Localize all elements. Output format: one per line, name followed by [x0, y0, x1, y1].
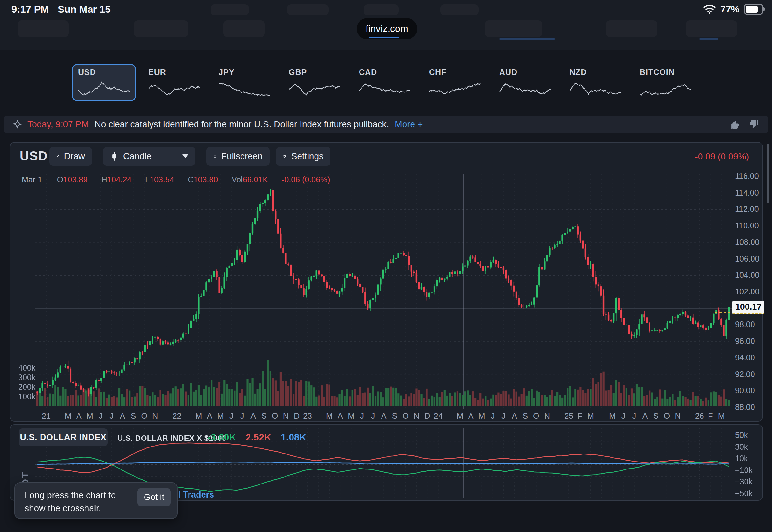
cot-axis-label: −50k	[735, 489, 753, 498]
currency-tab-label: GBP	[289, 68, 307, 77]
cot-instrument-button[interactable]: U.S. DOLLAR INDEX	[19, 428, 108, 446]
x-axis-label: O	[533, 411, 539, 421]
sparkline-aud	[498, 79, 552, 99]
x-axis-label: J	[621, 411, 626, 421]
battery-icon	[744, 4, 763, 15]
x-axis-label: D	[425, 411, 430, 421]
ghost-tab	[287, 4, 329, 15]
currency-tab-label: CHF	[429, 68, 446, 77]
x-axis-label: M	[479, 411, 485, 421]
x-axis-label: 25	[564, 411, 573, 421]
x-axis-label: D	[294, 411, 300, 421]
x-axis-label: J	[491, 411, 495, 421]
x-axis-label: O	[664, 411, 670, 421]
draw-button[interactable]: Draw	[49, 147, 92, 166]
news-bar: Today, 9:07 PM No clear catalyst identif…	[4, 116, 768, 133]
status-bar-left: 9:17 PM Sun Mar 15	[11, 4, 111, 15]
x-axis-label: N	[283, 411, 289, 421]
currency-tab-label: AUD	[499, 68, 517, 77]
price-axis-label: 92.00	[735, 370, 755, 379]
fullscreen-button[interactable]: Fullscreen	[206, 147, 270, 166]
price-axis-label: 110.00	[735, 221, 759, 230]
status-date: Sun Mar 15	[58, 4, 110, 15]
currency-tab-chf[interactable]: CHF	[423, 64, 487, 101]
x-axis-label: J	[360, 411, 364, 421]
fullscreen-label: Fullscreen	[221, 151, 263, 161]
cot-value-commercial-traders: 2.52K	[246, 432, 271, 443]
x-axis-label: O	[272, 411, 278, 421]
chevron-down-icon	[182, 154, 188, 158]
currency-tab-cad[interactable]: CAD	[353, 64, 417, 101]
currency-tab-nzd[interactable]: NZD	[563, 64, 627, 101]
cot-current-values: -3.60K2.52K1.08K	[207, 432, 306, 443]
x-axis-label: J	[240, 411, 244, 421]
news-timestamp: Today, 9:07 PM	[27, 119, 89, 129]
pencil-icon	[56, 152, 59, 161]
cot-value-large-traders: -3.60K	[207, 432, 236, 443]
price-axis-label: 116.00	[735, 172, 759, 181]
x-axis-label: J	[229, 411, 234, 421]
x-axis-label: M	[718, 411, 725, 421]
currency-tab-gbp[interactable]: GBP	[283, 64, 346, 101]
currency-tab-aud[interactable]: AUD	[493, 64, 557, 101]
x-axis-label: S	[653, 411, 659, 421]
cot-axis-label: 10k	[735, 454, 748, 463]
got-it-button[interactable]: Got it	[137, 488, 171, 506]
cot-value-small-traders: 1.08K	[281, 432, 306, 443]
x-axis-label: N	[413, 411, 419, 421]
ghost-tab	[18, 20, 69, 37]
x-axis-label: M	[86, 411, 93, 421]
x-axis-label: M	[609, 411, 616, 421]
x-axis-label: F	[708, 411, 713, 421]
x-axis-label: M	[326, 411, 333, 421]
ghost-tab	[134, 20, 188, 37]
currency-tab-label: EUR	[148, 68, 166, 77]
sparkline-chf	[428, 79, 482, 99]
volume-axis-label: 300k	[18, 373, 35, 382]
x-axis-label: S	[392, 411, 397, 421]
volume-axis-label: 200k	[18, 382, 35, 392]
tooltip-text: Long press the chart to show the crossha…	[25, 489, 116, 515]
candle-label: Candle	[123, 151, 152, 161]
settings-label: Settings	[291, 151, 323, 161]
price-axis-label: 88.00	[735, 403, 755, 412]
x-axis-label: A	[381, 411, 387, 421]
scrollbar[interactable]	[767, 144, 769, 203]
x-axis-label: J	[501, 411, 506, 421]
x-axis-label: J	[99, 411, 103, 421]
ghost-tab	[440, 4, 479, 15]
sparkline-usd	[77, 79, 131, 99]
sparkline-gbp	[288, 79, 341, 99]
currency-tab-jpy[interactable]: JPY	[212, 64, 276, 101]
settings-button[interactable]: Settings	[276, 147, 330, 166]
currency-tab-eur[interactable]: EUR	[142, 64, 206, 101]
ghost-tab	[606, 20, 657, 37]
currency-tab-bitcoin[interactable]: BITCOIN	[634, 64, 697, 101]
battery-percent: 77%	[720, 4, 739, 15]
x-axis-label: 22	[173, 411, 182, 421]
currency-tab-usd[interactable]: USD	[72, 64, 136, 101]
news-more-link[interactable]: More +	[395, 119, 423, 129]
candlestick-chart-canvas[interactable]	[15, 173, 732, 410]
price-axis-label: 102.00	[735, 287, 759, 296]
daily-change: -0.09 (0.09%)	[695, 151, 749, 162]
price-axis-label: 114.00	[735, 188, 759, 197]
crosshair-tooltip: Long press the chart to show the crossha…	[14, 482, 178, 519]
address-bar[interactable]: finviz.com	[357, 18, 417, 39]
currency-tab-label: CAD	[359, 68, 377, 77]
x-axis-label: A	[338, 411, 343, 421]
thumbs-down-icon[interactable]	[748, 119, 760, 130]
wifi-icon	[703, 4, 716, 14]
x-axis-label: A	[642, 411, 648, 421]
main-chart-card: USD Draw Candle Fullscreen	[10, 142, 763, 422]
chart-symbol: USD	[20, 149, 48, 163]
thumbs-up-icon[interactable]	[729, 119, 740, 130]
candle-type-dropdown[interactable]: Candle	[103, 147, 195, 166]
ghost-tab	[485, 20, 542, 37]
sparkline-nzd	[568, 79, 622, 99]
ghost-tab	[364, 4, 399, 15]
ghost-tab	[211, 4, 249, 15]
x-axis-label: O	[403, 411, 409, 421]
x-axis-label: S	[261, 411, 267, 421]
x-axis-label: M	[457, 411, 464, 421]
